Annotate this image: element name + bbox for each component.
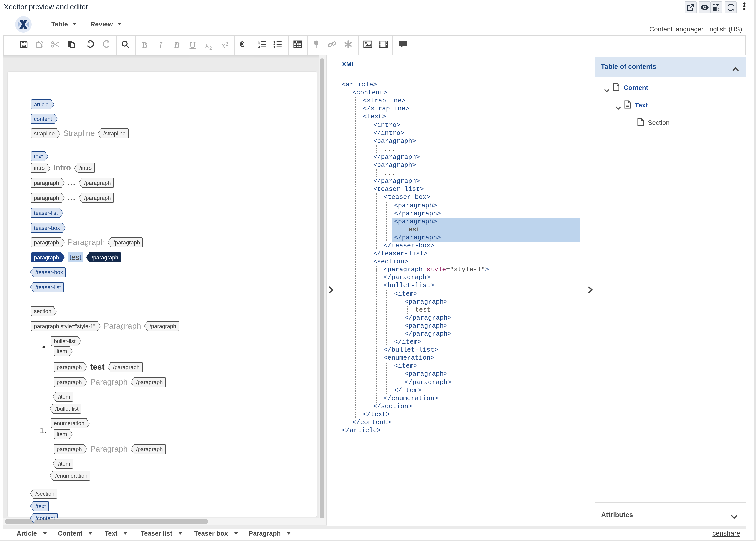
svg-text:3: 3 xyxy=(258,45,260,48)
svg-text:€: € xyxy=(240,40,245,49)
